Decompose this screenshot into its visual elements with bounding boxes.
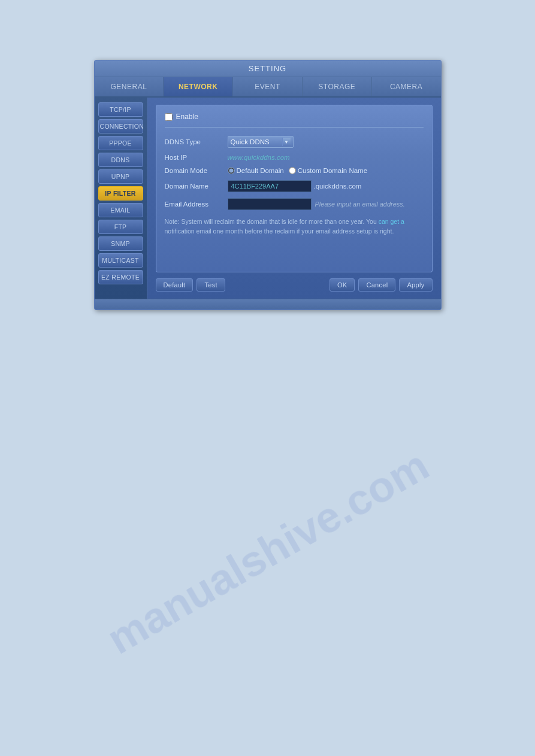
domain-mode-group: Default Domain Custom Domain Name xyxy=(228,167,368,174)
window-title: SETTING xyxy=(249,64,286,73)
domain-name-input[interactable] xyxy=(228,180,312,192)
radio-default-domain-input[interactable] xyxy=(228,167,235,174)
note-box: Note: System will reclaim the domain tha… xyxy=(165,217,424,236)
enable-row: Enable xyxy=(165,113,424,127)
domain-name-row: Domain Name .quickddns.com xyxy=(165,180,424,192)
host-ip-value: www.quickddns.com xyxy=(228,154,290,161)
domain-name-input-group: .quickddns.com xyxy=(228,180,362,192)
domain-suffix: .quickddns.com xyxy=(314,183,362,190)
email-address-input[interactable] xyxy=(228,198,312,210)
domain-mode-row: Domain Mode Default Domain Custom Domain… xyxy=(165,167,424,174)
cancel-button[interactable]: Cancel xyxy=(358,278,395,292)
host-ip-row: Host IP www.quickddns.com xyxy=(165,154,424,161)
sidebar-item-ddns[interactable]: DDNS xyxy=(98,153,143,167)
default-button[interactable]: Default xyxy=(156,278,194,292)
radio-custom-domain-input[interactable] xyxy=(289,167,296,174)
radio-custom-domain-label: Custom Domain Name xyxy=(298,167,367,174)
body-layout: TCP/IP CONNECTION PPPOE DDNS UPNP IP FIL… xyxy=(95,98,441,299)
host-ip-label: Host IP xyxy=(165,154,228,161)
sidebar-item-multicast[interactable]: MULTICAST xyxy=(98,253,143,268)
sidebar-item-ftp[interactable]: FTP xyxy=(98,220,143,234)
enable-checkbox[interactable] xyxy=(165,113,173,121)
sidebar-item-ip-filter[interactable]: IP FILTER xyxy=(98,186,143,201)
apply-button[interactable]: Apply xyxy=(399,278,432,292)
radio-default-domain-label: Default Domain xyxy=(237,167,284,174)
sidebar-item-tcp-ip[interactable]: TCP/IP xyxy=(98,102,143,117)
enable-label: Enable xyxy=(176,113,198,121)
ddns-type-label: DDNS Type xyxy=(165,138,228,145)
email-address-row: Email Address Please input an email addr… xyxy=(165,198,424,210)
nav-tabs: GENERAL NETWORK EVENT STORAGE CAMERA xyxy=(95,77,441,98)
email-address-label: Email Address xyxy=(165,201,228,208)
dropdown-arrow-icon: ▼ xyxy=(282,138,291,146)
sidebar: TCP/IP CONNECTION PPPOE DDNS UPNP IP FIL… xyxy=(95,98,147,299)
tab-general[interactable]: GENERAL xyxy=(95,77,164,96)
note-text: Note: System will reclaim the domain tha… xyxy=(165,218,404,235)
sidebar-item-upnp[interactable]: UPNP xyxy=(98,169,143,184)
bottom-buttons: Default Test OK Cancel Apply xyxy=(156,278,433,292)
ok-button[interactable]: OK xyxy=(330,278,355,292)
watermark: manualshive.com xyxy=(98,440,436,663)
content-panel: Enable DDNS Type Quick DDNS ▼ Host IP ww… xyxy=(156,105,433,272)
sidebar-item-ez-remote[interactable]: EZ REMOTE xyxy=(98,270,143,284)
sidebar-item-pppoe[interactable]: PPPOE xyxy=(98,136,143,150)
ddns-type-row: DDNS Type Quick DDNS ▼ xyxy=(165,136,424,148)
test-button[interactable]: Test xyxy=(197,278,225,292)
email-placeholder: Please input an email address. xyxy=(315,201,405,208)
radio-custom-domain: Custom Domain Name xyxy=(289,167,367,174)
content-area: Enable DDNS Type Quick DDNS ▼ Host IP ww… xyxy=(147,98,441,299)
tab-camera[interactable]: CAMERA xyxy=(372,77,441,96)
title-bar: SETTING xyxy=(95,60,441,77)
radio-default-domain: Default Domain xyxy=(228,167,284,174)
ddns-type-dropdown[interactable]: Quick DDNS ▼ xyxy=(228,136,294,148)
tab-event[interactable]: EVENT xyxy=(233,77,303,96)
sidebar-item-connection[interactable]: CONNECTION xyxy=(98,119,143,133)
footer-bar xyxy=(95,299,441,309)
domain-mode-label: Domain Mode xyxy=(165,167,228,174)
sidebar-item-email[interactable]: EMAIL xyxy=(98,203,143,217)
tab-network[interactable]: NETWORK xyxy=(164,77,233,96)
domain-name-label: Domain Name xyxy=(165,183,228,190)
sidebar-item-snmp[interactable]: SNMP xyxy=(98,236,143,251)
tab-storage[interactable]: STORAGE xyxy=(303,77,372,96)
